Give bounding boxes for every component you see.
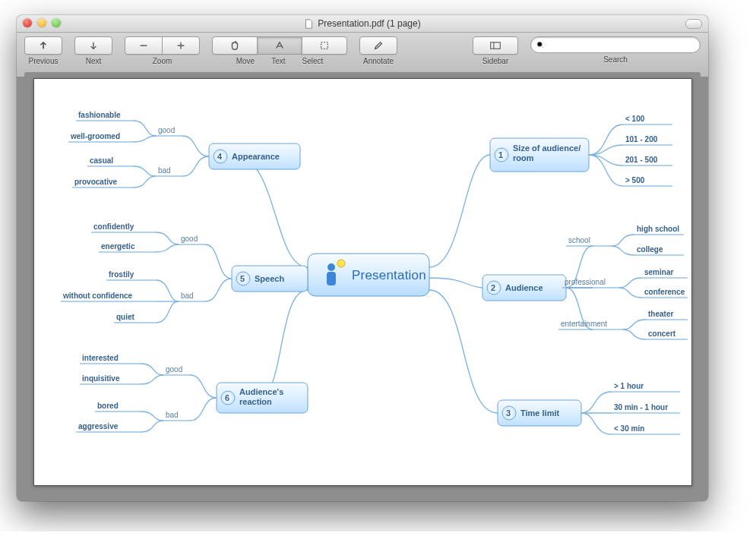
annotate-button[interactable] [359, 36, 397, 55]
window-title: Presentation.pdf (1 page) [318, 18, 420, 29]
svg-text:without confidence: without confidence [62, 292, 133, 300]
svg-text:seminar: seminar [644, 268, 673, 276]
previous-button[interactable] [24, 36, 62, 55]
move-label: Move [236, 57, 255, 65]
svg-text:good: good [166, 365, 182, 374]
arrow-left-icon [38, 40, 49, 51]
svg-text:confidently: confidently [93, 222, 134, 231]
next-button[interactable] [74, 36, 112, 55]
svg-text:provocative: provocative [74, 178, 118, 186]
svg-text:energetic: energetic [101, 242, 135, 251]
leaves-speech: good bad confidently energetic frostily … [61, 222, 232, 323]
titlebar: Presentation.pdf (1 page) [17, 15, 708, 33]
document-icon [304, 19, 314, 29]
svg-text:conference: conference [644, 288, 685, 296]
svg-text:> 500: > 500 [625, 176, 645, 184]
svg-text:inquisitive: inquisitive [82, 374, 120, 383]
toolbar: Previous Next Zoom [17, 33, 708, 77]
hand-icon [229, 40, 240, 51]
node-center: Presentation [308, 254, 429, 296]
svg-text:101 - 200: 101 - 200 [625, 135, 658, 143]
node-speech: 5 Speech [232, 266, 308, 292]
svg-point-2 [537, 42, 542, 46]
leaves-time: > 1 hour 30 min - 1 hour < 30 min [581, 382, 680, 434]
svg-text:201 - 500: 201 - 500 [625, 156, 658, 164]
svg-text:school: school [568, 236, 590, 244]
svg-text:1: 1 [498, 150, 503, 159]
zoom-in-button[interactable] [162, 36, 200, 55]
annotate-label: Annotate [363, 57, 394, 65]
sidebar-button[interactable] [473, 36, 518, 55]
svg-point-6 [337, 260, 345, 267]
svg-text:bad: bad [181, 292, 194, 300]
node-reaction: 6 Audience'sreaction [217, 383, 308, 413]
svg-text:frostily: frostily [109, 270, 134, 279]
mode-select-button[interactable] [302, 36, 347, 55]
document-area: Presentation 1 Size of audience/room < 1… [24, 72, 701, 492]
search-input[interactable] [548, 39, 695, 50]
minimize-button[interactable] [37, 18, 46, 27]
node-speech-label: Speech [255, 274, 284, 283]
svg-text:bored: bored [97, 402, 119, 410]
minus-icon [138, 40, 149, 51]
node-audience: 2 Audience [482, 275, 566, 301]
mindmap: Presentation 1 Size of audience/room < 1… [34, 79, 691, 485]
node-time-label: Time limit [520, 408, 559, 418]
svg-text:quiet: quiet [116, 313, 135, 321]
svg-point-4 [327, 263, 335, 271]
svg-text:high school: high school [637, 225, 679, 233]
pdf-page: Presentation 1 Size of audience/room < 1… [33, 78, 692, 486]
search-label: Search [603, 55, 628, 64]
text-label: Text [271, 57, 285, 65]
close-button[interactable] [23, 18, 32, 27]
plus-icon [176, 40, 186, 51]
svg-text:theater: theater [648, 310, 673, 318]
zoom-button[interactable] [52, 18, 61, 27]
svg-text:3: 3 [506, 408, 511, 418]
next-label: Next [86, 57, 102, 65]
svg-text:casual: casual [90, 156, 113, 165]
svg-text:< 30 min: < 30 min [614, 424, 644, 433]
svg-text:interested: interested [82, 354, 119, 362]
leaves-size: < 100 101 - 200 201 - 500 > 500 [589, 115, 672, 186]
zoom-out-button[interactable] [125, 36, 163, 55]
pencil-icon [373, 40, 384, 51]
search-field[interactable] [530, 36, 701, 53]
svg-text:good: good [158, 126, 175, 134]
sidebar-label: Sidebar [482, 57, 508, 65]
svg-text:4: 4 [217, 152, 223, 161]
leaves-audience: school high school college professional … [558, 225, 688, 339]
node-time: 3 Time limit [498, 400, 581, 426]
arrow-down-icon [88, 40, 99, 51]
select-icon [319, 40, 330, 51]
svg-text:6: 6 [225, 393, 229, 402]
zoom-label: Zoom [153, 57, 172, 65]
mode-text-button[interactable] [257, 36, 302, 55]
svg-rect-5 [327, 272, 336, 285]
leaves-reaction: good bad interested inquisitive bored ag… [76, 354, 217, 432]
svg-text:entertainment: entertainment [561, 320, 607, 328]
leaves-appearance: good bad fashionable well-groomed casual… [68, 111, 209, 188]
search-icon [536, 40, 545, 49]
svg-text:well-groomed: well-groomed [70, 132, 120, 140]
svg-text:concert: concert [648, 329, 676, 338]
select-label: Select [302, 57, 324, 65]
node-audience-label: Audience [505, 283, 543, 292]
svg-text:bad: bad [166, 411, 179, 419]
svg-text:college: college [637, 245, 663, 254]
text-icon [274, 40, 285, 51]
mode-move-button[interactable] [212, 36, 258, 55]
svg-text:5: 5 [240, 274, 245, 283]
svg-text:professional: professional [565, 278, 606, 286]
sidebar-icon [490, 40, 501, 51]
toolbar-toggle-button[interactable] [685, 19, 702, 29]
node-appearance-label: Appearance [232, 152, 280, 161]
center-label: Presentation [352, 268, 426, 282]
node-appearance: 4 Appearance [209, 143, 300, 169]
node-size: 1 Size of audience/room [490, 138, 589, 172]
svg-text:good: good [181, 235, 198, 243]
svg-rect-1 [491, 43, 501, 49]
svg-text:aggressive: aggressive [78, 422, 119, 430]
previous-label: Previous [29, 57, 59, 65]
svg-text:> 1 hour: > 1 hour [614, 382, 644, 390]
